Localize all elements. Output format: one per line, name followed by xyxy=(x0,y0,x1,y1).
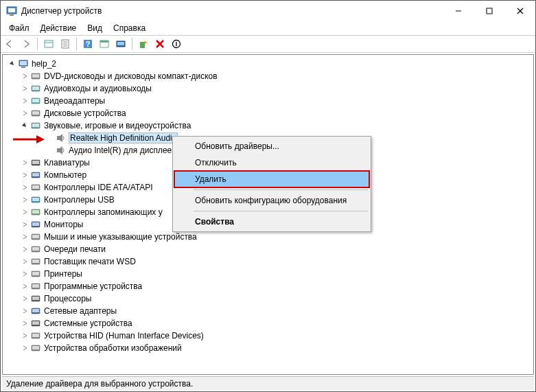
svg-rect-2 xyxy=(10,14,14,16)
tree-category-label: Сетевые адаптеры xyxy=(44,306,117,316)
tree-category-node[interactable]: Видеоадаптеры xyxy=(5,95,533,107)
toolbar-separator xyxy=(37,38,38,50)
tree-category-label: Видеоадаптеры xyxy=(44,96,105,106)
expander-icon[interactable] xyxy=(8,60,16,68)
context-menu-properties[interactable]: Свойства xyxy=(174,214,369,230)
tree-category-label: Контроллеры IDE ATA/ATAPI xyxy=(44,183,153,192)
tree-device-label: Realtek High Definition Audio xyxy=(69,132,178,143)
context-menu-delete[interactable]: Удалить xyxy=(174,171,369,187)
tree-category-node[interactable]: Звуковые, игровые и видеоустройства xyxy=(5,119,533,132)
category-icon xyxy=(30,95,41,106)
expander-icon[interactable] xyxy=(21,319,29,327)
close-button[interactable] xyxy=(504,1,535,21)
expander-icon[interactable] xyxy=(21,159,29,167)
svg-rect-55 xyxy=(32,247,39,251)
expander-icon[interactable] xyxy=(21,307,29,315)
toolbar-show-hidden-button[interactable] xyxy=(41,36,56,51)
svg-rect-61 xyxy=(32,284,39,288)
expander-icon[interactable] xyxy=(21,84,29,93)
category-icon xyxy=(30,170,41,181)
minimize-button[interactable] xyxy=(443,1,474,21)
tree-category-node[interactable]: Процессоры xyxy=(5,292,533,305)
svg-rect-49 xyxy=(32,210,39,214)
expander-icon[interactable] xyxy=(21,257,29,266)
expander-icon[interactable] xyxy=(21,208,29,216)
svg-rect-29 xyxy=(32,87,39,90)
expander-icon[interactable] xyxy=(21,282,29,290)
toolbar-properties-button[interactable] xyxy=(58,36,73,51)
expander-icon[interactable] xyxy=(21,183,29,192)
expander-icon[interactable] xyxy=(21,97,29,105)
tree-category-node[interactable]: Системные устройства xyxy=(5,317,533,330)
svg-rect-59 xyxy=(32,272,39,275)
context-menu: Обновить драйверы... Отключить Удалить О… xyxy=(172,136,371,232)
tree-category-node[interactable]: Дисковые устройства xyxy=(5,107,533,119)
category-icon xyxy=(30,108,41,119)
expander-icon[interactable] xyxy=(21,196,29,204)
svg-rect-31 xyxy=(32,99,39,102)
maximize-button[interactable] xyxy=(474,1,504,21)
tree-category-node[interactable]: Устройства HID (Human Interface Devices) xyxy=(5,330,533,342)
expander-icon[interactable] xyxy=(21,270,29,278)
tree-category-label: DVD-дисководы и дисководы компакт-дисков xyxy=(44,71,218,81)
expander-icon[interactable] xyxy=(21,72,29,80)
tree-category-node[interactable]: Принтеры xyxy=(5,268,533,280)
svg-rect-19 xyxy=(140,42,145,48)
tree-category-node[interactable]: Мыши и иные указывающие устройства xyxy=(5,231,533,243)
toolbar-back-button[interactable] xyxy=(2,36,17,51)
toolbar-uninstall-button[interactable] xyxy=(152,36,167,51)
svg-marker-37 xyxy=(60,134,62,142)
tree-device-label: Аудио Intel(R) для дисплеев xyxy=(69,146,176,155)
toolbar-update-driver-button[interactable] xyxy=(136,36,151,51)
tree-category-node[interactable]: Аудиовходы и аудиовыходы xyxy=(5,82,533,95)
tree-category-node[interactable]: Программные устройства xyxy=(5,280,533,292)
expander-icon[interactable] xyxy=(21,295,29,303)
svg-rect-71 xyxy=(32,346,39,349)
menu-view[interactable]: Вид xyxy=(82,22,108,34)
expander-icon[interactable] xyxy=(21,245,29,253)
svg-rect-35 xyxy=(32,124,39,127)
menu-action[interactable]: Действие xyxy=(35,22,82,34)
tree-category-node[interactable]: Очереди печати xyxy=(5,243,533,255)
window-controls xyxy=(443,1,535,21)
category-icon xyxy=(30,244,41,255)
tree-root-node[interactable]: help_2 xyxy=(5,58,533,70)
speaker-icon xyxy=(55,145,66,156)
window-title: Диспетчер устройств xyxy=(21,6,443,16)
category-icon xyxy=(30,268,41,279)
context-menu-disable[interactable]: Отключить xyxy=(174,154,369,171)
tree-category-node[interactable]: Сетевые адаптеры xyxy=(5,305,533,317)
menu-file[interactable]: Файл xyxy=(3,22,35,34)
expander-icon[interactable] xyxy=(21,332,29,340)
toolbar-help-button[interactable]: ? xyxy=(80,36,95,51)
toolbar-scan-button[interactable] xyxy=(113,36,128,51)
tree-category-label: Системные устройства xyxy=(44,319,132,328)
expander-icon[interactable] xyxy=(21,220,29,229)
svg-rect-69 xyxy=(32,334,39,337)
tree-category-node[interactable]: Устройства обработки изображений xyxy=(5,342,533,354)
context-menu-separator xyxy=(194,211,368,211)
tree-category-node[interactable]: Поставщик печати WSD xyxy=(5,255,533,268)
tree-category-label: Устройства обработки изображений xyxy=(44,343,182,353)
tree-category-label: Мыши и иные указывающие устройства xyxy=(44,232,197,242)
context-menu-scan-hardware[interactable]: Обновить конфигурацию оборудования xyxy=(174,192,369,209)
category-icon xyxy=(30,318,41,329)
toolbar-details-button[interactable] xyxy=(97,36,112,51)
tree-category-label: Контроллеры запоминающих у xyxy=(44,207,163,217)
speaker-icon xyxy=(55,132,66,143)
computer-icon xyxy=(18,58,29,69)
tree-category-label: Звуковые, игровые и видеоустройства xyxy=(44,121,191,130)
toolbar-forward-button[interactable] xyxy=(19,36,34,51)
toolbar-disable-button[interactable] xyxy=(169,36,184,51)
expander-icon[interactable] xyxy=(21,344,29,352)
svg-rect-33 xyxy=(32,111,39,115)
expander-icon[interactable] xyxy=(21,233,29,241)
expander-icon[interactable] xyxy=(21,171,29,179)
svg-rect-65 xyxy=(32,309,39,312)
context-menu-update-drivers[interactable]: Обновить драйверы... xyxy=(174,138,369,154)
tree-category-node[interactable]: DVD-дисководы и дисководы компакт-дисков xyxy=(5,70,533,82)
tree-root-label: help_2 xyxy=(32,59,56,69)
menu-help[interactable]: Справка xyxy=(108,22,151,34)
expander-icon[interactable] xyxy=(21,109,29,117)
expander-icon[interactable] xyxy=(21,122,29,130)
